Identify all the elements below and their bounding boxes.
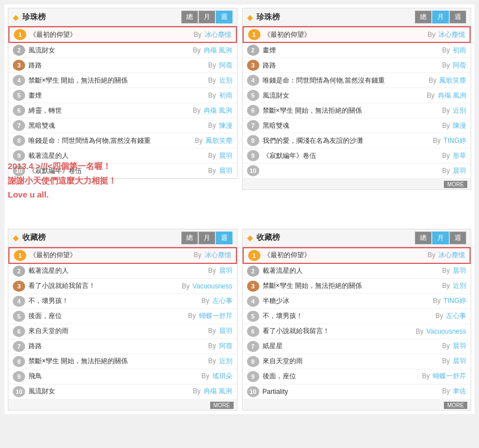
tab-group-bottom-left: 總 月 週 <box>181 232 233 244</box>
diamond-icon: ◆ <box>13 13 19 22</box>
tab-group-top-right: 總 月 週 <box>415 11 466 23</box>
rank-item-2-br[interactable]: 2 載著流星的人 By 晨羽 <box>243 264 471 279</box>
rank-num-9: 9 <box>13 150 25 161</box>
rank-item-10-top-left[interactable]: 10 《寂默編年》卷伍 By 晨羽 <box>8 163 237 179</box>
panel-title-top-right: 珍珠榜 <box>257 12 413 22</box>
rank-item-3-top-left[interactable]: 3 路路 By 阿蓿 <box>8 58 237 73</box>
rank-num-5: 5 <box>13 90 25 101</box>
rank-num-4: 4 <box>13 75 25 86</box>
rank-item-4-bl[interactable]: 4 不，壞男孩！ By 左心事 <box>8 294 237 309</box>
tab-week-bottom-right[interactable]: 週 <box>449 232 466 244</box>
annotation-line3: Love u all. <box>8 187 238 202</box>
rank-item-9-top-left[interactable]: 9 載著流星的人 By 晨羽 <box>8 148 237 163</box>
rank-author-3-br: By 近別 <box>442 281 466 291</box>
rank-num-3-right: 3 <box>247 60 259 71</box>
tab-group-top-left: 總 月 週 <box>181 11 233 23</box>
rank-item-1-top-left[interactable]: 1 《最初的仰望》 By 冰心塵憶 <box>8 26 237 43</box>
tab-week-top-right[interactable]: 週 <box>449 11 466 23</box>
more-button-top-right[interactable]: MORE <box>444 181 467 188</box>
more-bar-bottom-left: MORE <box>8 399 237 410</box>
rank-num-9-bl: 9 <box>13 371 25 382</box>
tab-week-bottom-left[interactable]: 週 <box>216 232 233 244</box>
rank-item-10-bl[interactable]: 10 風流財女 By 冉殤 風洌 <box>8 384 237 399</box>
rank-item-9-bl[interactable]: 9 飛鳥 By 瑤琪朵 <box>8 369 237 384</box>
rank-num-2: 2 <box>13 45 25 56</box>
tab-total-top-right[interactable]: 總 <box>415 11 432 23</box>
rank-author-8-right: By TING婷 <box>433 136 466 146</box>
rank-title-1: 《最初的仰望》 <box>30 30 189 40</box>
rank-item-7-bl[interactable]: 7 路路 By 阿蓿 <box>8 339 237 354</box>
rank-author-9-bl: By 瑤琪朵 <box>201 372 232 381</box>
rank-item-3-bl[interactable]: 3 看了小說就給我留言！ By Vacuousness <box>8 279 237 294</box>
rank-item-1-bl[interactable]: 1 《最初的仰望》 By 冰心塵憶 <box>8 247 237 264</box>
diamond-icon-br: ◆ <box>247 233 253 242</box>
rank-item-5-bl[interactable]: 5 後面，座位 By 蝴蝶一舒芹 <box>8 309 237 324</box>
rank-item-8-top-right[interactable]: 8 我們的愛，擱淺在名為友誼的沙灘 By TING婷 <box>243 133 471 148</box>
rank-author-3-bl: By Vacuousness <box>182 282 233 290</box>
rank-item-7-top-left[interactable]: 7 黑暗雙魂 By 陳漫 <box>8 118 237 133</box>
rank-list-top-right: 1 《最初的仰望》 By 冰心塵憶 2 畫煙 By 初雨 <box>243 26 471 179</box>
more-button-bottom-left[interactable]: MORE <box>210 402 234 409</box>
tab-month-top-left[interactable]: 月 <box>199 11 215 23</box>
rank-item-5-top-left[interactable]: 5 畫煙 By 初雨 <box>8 88 237 103</box>
rank-author-9: By 晨羽 <box>208 151 232 161</box>
rank-author-1-bl: By 冰心塵憶 <box>193 251 231 260</box>
rank-item-9-br[interactable]: 9 後面，座位 By 蝴蝶一舒芹 <box>243 369 471 384</box>
rank-item-3-top-right[interactable]: 3 路路 By 阿蓿 <box>243 58 471 73</box>
tab-group-bottom-right: 總 月 週 <box>415 232 466 244</box>
tab-total-top-left[interactable]: 總 <box>181 11 198 23</box>
rank-item-1-br[interactable]: 1 《最初的仰望》 By 冰心塵憶 <box>243 247 471 264</box>
rank-num-2-bl: 2 <box>13 266 25 277</box>
rank-item-6-bl[interactable]: 6 來自天堂的雨 By 晨羽 <box>8 324 237 339</box>
rank-num-5-bl: 5 <box>13 311 25 322</box>
tab-month-bottom-left[interactable]: 月 <box>199 232 215 244</box>
rank-item-2-top-left[interactable]: 2 風流財女 By 冉殤 風洌 <box>8 43 237 58</box>
rank-item-4-top-left[interactable]: 4 禁斷×孿生 開始，無法拒絕的關係 By 近別 <box>8 73 237 88</box>
rank-item-7-br[interactable]: 7 紙星星 By 晨羽 <box>243 339 471 354</box>
rank-item-8-br[interactable]: 8 來自天堂的雨 By 晨羽 <box>243 354 471 369</box>
tab-total-bottom-right[interactable]: 總 <box>415 232 432 244</box>
rank-item-4-top-right[interactable]: 4 唯錢是命：問世間情為何物,當然沒有錢重 By 鳳歌笑塵 <box>243 73 471 88</box>
rank-author-3: By 阿蓿 <box>208 61 232 70</box>
rank-item-7-top-right[interactable]: 7 黑暗雙魂 By 陳漫 <box>243 118 471 133</box>
tab-month-bottom-right[interactable]: 月 <box>432 232 449 244</box>
rank-author-1-br: By 冰心塵憶 <box>428 251 465 260</box>
rank-num-2-br: 2 <box>247 266 259 277</box>
rank-item-5-br[interactable]: 5 不，壞男孩！ By 左心事 <box>243 309 471 324</box>
rank-author-5-right: By 冉殤 風洌 <box>427 91 466 100</box>
rank-item-8-bl[interactable]: 8 禁斷×孿生 開始，無法拒絕的關係 By 近別 <box>8 354 237 369</box>
tab-month-top-right[interactable]: 月 <box>432 11 449 23</box>
rank-item-3-br[interactable]: 3 禁斷×孿生 開始，無法拒絕的關係 By 近別 <box>243 279 471 294</box>
rank-item-6-top-left[interactable]: 6 縛靈，轉世 By 冉殤 風洌 <box>8 103 237 118</box>
more-button-bottom-right[interactable]: More <box>444 402 467 409</box>
rank-author-8-br: By 晨羽 <box>442 357 466 366</box>
rank-item-9-top-right[interactable]: 9 《寂默編年》卷伍 By 形草 <box>243 148 471 163</box>
tab-total-bottom-left[interactable]: 總 <box>181 232 198 244</box>
rank-author-1: By 冰心塵憶 <box>193 30 231 40</box>
panel-header-bottom-right: ◆ 收藏榜 總 月 週 <box>243 229 471 247</box>
rank-item-6-top-right[interactable]: 6 禁斷×孿生 開始，無法拒絕的關係 By 近別 <box>243 103 471 118</box>
rank-item-10-top-right[interactable]: 10 By 晨羽 <box>243 163 471 179</box>
rank-item-5-top-right[interactable]: 5 風流財女 By 冉殤 風洌 <box>243 88 471 103</box>
rank-num-3-br: 3 <box>247 281 259 292</box>
rank-num-7: 7 <box>13 120 25 131</box>
rank-item-2-top-right[interactable]: 2 畫煙 By 初雨 <box>243 43 471 58</box>
rank-num-1: 1 <box>14 29 26 40</box>
rank-author-5-bl: By 蝴蝶一舒芹 <box>188 311 232 321</box>
rank-num-10-br: 10 <box>247 386 259 397</box>
rank-num-4-bl: 4 <box>13 296 25 307</box>
rank-author-9-br: By 蝴蝶一舒芹 <box>422 372 466 381</box>
rank-item-6-br[interactable]: 6 看了小說就給我留言！ By Vacuousness <box>243 324 471 339</box>
rank-item-10-br[interactable]: 10 Partiality By 聿佐 <box>243 384 471 399</box>
rank-item-4-br[interactable]: 4 半糖少冰 By TING婷 <box>243 294 471 309</box>
diamond-icon-bl: ◆ <box>13 233 19 242</box>
rank-item-1-top-right[interactable]: 1 《最初的仰望》 By 冰心塵憶 <box>243 26 471 43</box>
rank-item-2-bl[interactable]: 2 載著流星的人 By 晨羽 <box>8 264 237 279</box>
rank-author-8-bl: By 近別 <box>208 357 232 366</box>
tab-week-top-left[interactable]: 週 <box>216 11 233 23</box>
rank-author-6-br: By Vacuousness <box>415 327 466 335</box>
rank-num-7-bl: 7 <box>13 341 25 352</box>
rank-item-8-top-left[interactable]: 8 唯錢是命：問世間情為何物,當然沒有錢重 By 鳳歌笑塵 <box>8 133 237 148</box>
rank-author-3-right: By 阿蓿 <box>442 61 466 70</box>
rank-num-10: 10 <box>13 165 25 176</box>
